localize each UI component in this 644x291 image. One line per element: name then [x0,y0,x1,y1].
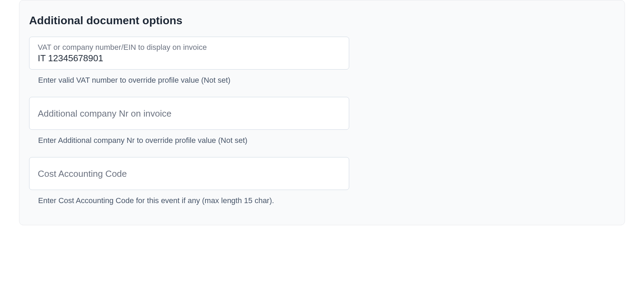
vat-input[interactable] [38,53,341,64]
document-options-panel: Additional document options VAT or compa… [19,0,625,225]
company-nr-input-container[interactable] [29,97,349,130]
cost-code-input-container[interactable] [29,157,349,190]
company-nr-help-text: Enter Additional company Nr to override … [38,135,349,146]
vat-label: VAT or company number/EIN to display on … [38,43,341,53]
company-nr-input[interactable] [38,108,341,119]
section-title: Additional document options [29,14,615,27]
company-nr-form-group: Enter Additional company Nr to override … [29,97,349,146]
cost-code-form-group: Enter Cost Accounting Code for this even… [29,157,349,206]
cost-code-input[interactable] [38,169,341,179]
vat-help-text: Enter valid VAT number to override profi… [38,75,349,86]
vat-input-container[interactable]: VAT or company number/EIN to display on … [29,37,349,70]
cost-code-help-text: Enter Cost Accounting Code for this even… [38,195,349,206]
vat-form-group: VAT or company number/EIN to display on … [29,37,349,86]
